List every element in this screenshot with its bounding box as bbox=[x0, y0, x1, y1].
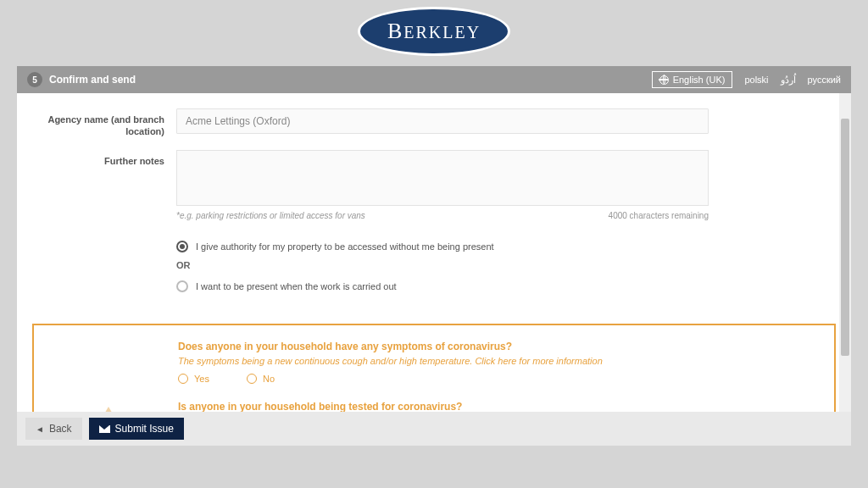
language-option-russian[interactable]: русский bbox=[808, 75, 841, 85]
arrow-left-icon: ◄ bbox=[36, 424, 44, 434]
covid-q1-radios: Yes No bbox=[178, 374, 819, 384]
covid-q1-sub: The symptoms being a new continuous coug… bbox=[178, 356, 819, 366]
agency-input[interactable] bbox=[176, 108, 709, 134]
covid-panel: Does anyone in your household have any s… bbox=[32, 324, 836, 412]
covid-no-label: No bbox=[263, 374, 275, 384]
notes-counter: 4000 characters remaining bbox=[609, 211, 709, 220]
language-option-polski[interactable]: polski bbox=[744, 75, 768, 85]
language-active[interactable]: English (UK) bbox=[652, 71, 733, 88]
covid-yes-label: Yes bbox=[194, 374, 209, 384]
brand-logo-text: BERKLEY bbox=[387, 19, 481, 44]
access-radio-group: I give authority for my property to be a… bbox=[176, 241, 709, 292]
submit-label: Submit Issue bbox=[115, 423, 174, 435]
radio-icon bbox=[178, 374, 188, 384]
covid-info-link[interactable]: Click here for more information bbox=[475, 356, 602, 366]
notes-hint: *e.g. parking restrictions or limited ac… bbox=[176, 211, 365, 220]
step-title: Confirm and send bbox=[49, 74, 136, 86]
covid-q1-sub-text: The symptoms being a new continuous coug… bbox=[178, 356, 475, 366]
submit-button[interactable]: Submit Issue bbox=[89, 418, 184, 440]
covid-q2: Is anyone in your household being tested… bbox=[178, 401, 819, 412]
radio-unchecked-icon bbox=[176, 280, 188, 292]
language-active-label: English (UK) bbox=[673, 75, 726, 85]
row-notes: Further notes *e.g. parking restrictions… bbox=[32, 150, 836, 300]
app-container: 5 Confirm and send English (UK) polski ا… bbox=[17, 66, 851, 446]
covid-q1-no[interactable]: No bbox=[247, 374, 275, 384]
step-number-badge: 5 bbox=[27, 72, 42, 87]
language-option-urdu[interactable]: اُردُو bbox=[781, 75, 796, 86]
footer-bar: ◄ Back Submit Issue bbox=[17, 412, 851, 446]
mail-icon bbox=[99, 425, 110, 433]
row-agency: Agency name (and branch location) bbox=[32, 108, 836, 138]
access-radio-present[interactable]: I want to be present when the work is ca… bbox=[176, 280, 709, 292]
back-button[interactable]: ◄ Back bbox=[25, 418, 82, 440]
back-label: Back bbox=[49, 423, 72, 435]
notes-textarea[interactable] bbox=[176, 150, 709, 206]
scrollbar-track[interactable] bbox=[839, 93, 851, 412]
notes-label: Further notes bbox=[32, 150, 176, 300]
radio-checked-icon bbox=[176, 241, 188, 252]
radio-icon bbox=[247, 374, 257, 384]
scrollbar-thumb[interactable] bbox=[841, 119, 849, 356]
step-header: 5 Confirm and send English (UK) polski ا… bbox=[17, 66, 851, 93]
brand-logo: BERKLEY bbox=[358, 7, 510, 56]
form-area: Agency name (and branch location) Furthe… bbox=[17, 93, 851, 412]
agency-label: Agency name (and branch location) bbox=[32, 108, 176, 138]
warning-triangle-icon bbox=[85, 407, 132, 412]
covid-q1: Does anyone in your household have any s… bbox=[178, 341, 819, 352]
covid-q1-yes[interactable]: Yes bbox=[178, 374, 209, 384]
globe-icon bbox=[659, 75, 669, 85]
access-present-label: I want to be present when the work is ca… bbox=[196, 281, 397, 291]
language-selector: English (UK) polski اُردُو русский bbox=[652, 71, 841, 88]
or-divider: OR bbox=[176, 260, 709, 270]
access-authority-label: I give authority for my property to be a… bbox=[196, 241, 494, 252]
logo-area: BERKLEY bbox=[0, 0, 868, 66]
access-radio-authority[interactable]: I give authority for my property to be a… bbox=[176, 241, 709, 252]
